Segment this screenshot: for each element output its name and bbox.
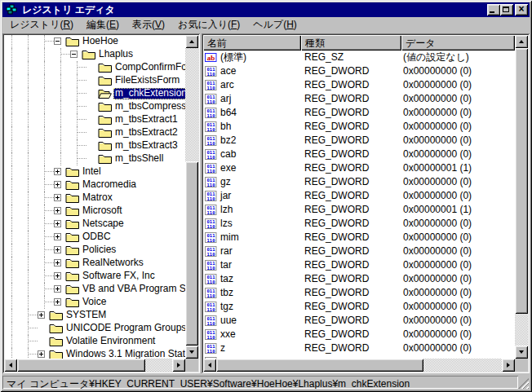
tree-item-m-tbsextract3[interactable]: m_tbsExtract3 [4, 139, 185, 152]
tree-item-label[interactable]: m_chkExtension [113, 88, 185, 99]
registry-value-row-ace[interactable]: 011110aceREG_DWORD0x00000000 (0) [203, 64, 515, 78]
tree-item-volatile-environment[interactable]: Volatile Environment [4, 335, 185, 348]
registry-value-row-z[interactable]: 011110zREG_DWORD0x00000000 (0) [203, 341, 515, 355]
tree-item-policies[interactable]: Policies [4, 244, 185, 257]
tree-item-compconfirmform[interactable]: CompConfirmForm [4, 61, 185, 74]
tree-item-windows-3-1-migration-status[interactable]: Windows 3.1 Migration Status [4, 348, 185, 359]
registry-value-row-uue[interactable]: 011110uueREG_DWORD0x00000000 (0) [203, 314, 515, 328]
tree-item-label[interactable]: m_tbsExtract2 [113, 127, 180, 139]
tree-item-m-chkextension[interactable]: m_chkExtension [4, 87, 185, 100]
tree-item-label[interactable]: RealNetworks [81, 258, 145, 269]
menu-item-help[interactable]: ヘルプ(H) [246, 16, 304, 33]
scroll-down-button[interactable] [515, 346, 528, 359]
scroll-thumb[interactable] [515, 48, 528, 314]
tree-item-m-tbsextract2[interactable]: m_tbsExtract2 [4, 126, 185, 139]
registry-value-row-exe[interactable]: 011110exeREG_DWORD0x00000001 (1) [203, 161, 515, 175]
tree-item-m-tbsshell[interactable]: m_tbsShell [4, 152, 185, 165]
registry-value-row-b64[interactable]: 011110b64REG_DWORD0x00000000 (0) [203, 106, 515, 120]
menu-item-registry[interactable]: レジストリ(R) [3, 16, 80, 33]
registry-blocks-icon[interactable] [6, 3, 19, 16]
tree-item-label[interactable]: Software FX, Inc [81, 271, 157, 282]
tree-item-software-fx-inc[interactable]: Software FX, Inc [4, 270, 185, 283]
registry-value-row-tar[interactable]: 011110tarREG_DWORD0x00000000 (0) [203, 258, 515, 272]
expand-plus-box[interactable] [54, 298, 61, 306]
scroll-thumb[interactable] [17, 359, 145, 372]
collapse-minus-box[interactable] [70, 51, 78, 58]
scroll-down-button[interactable] [185, 346, 198, 359]
expand-plus-box[interactable] [54, 233, 61, 240]
scroll-right-button[interactable] [502, 359, 515, 372]
maximize-button[interactable] [500, 4, 513, 15]
menu-item-edit[interactable]: 編集(E) [80, 16, 126, 33]
tree-item-label[interactable]: Voice [81, 297, 108, 308]
tree-item-label[interactable]: HoeHoe [81, 36, 120, 47]
tree-item-label[interactable]: VB and VBA Program Settings [81, 284, 185, 295]
registry-value-row-bz2[interactable]: 011110bz2REG_DWORD0x00000000 (0) [203, 134, 515, 148]
tree-item-label[interactable]: Volatile Environment [64, 336, 157, 347]
tree-item-system[interactable]: SYSTEM [4, 309, 185, 322]
expand-plus-box[interactable] [54, 220, 61, 227]
tree-item-label[interactable]: m_tbsExtract1 [113, 114, 180, 126]
tree-item-voice[interactable]: Voice [4, 296, 185, 309]
tree-item-matrox[interactable]: Matrox [4, 192, 185, 205]
tree-item-fileexistsform[interactable]: FileExistsForm [4, 74, 185, 87]
registry-value-row-taz[interactable]: 011110tazREG_DWORD0x00000000 (0) [203, 272, 515, 286]
tree-item-microsoft[interactable]: Microsoft [4, 205, 185, 218]
expand-plus-box[interactable] [54, 207, 61, 214]
tree-item-hoehoe[interactable]: HoeHoe [4, 35, 185, 48]
column-header-blank[interactable]: 種類 [301, 35, 401, 51]
tree-item-label[interactable]: Matrox [81, 192, 114, 204]
registry-value-row-gz[interactable]: 011110gzREG_DWORD0x00000000 (0) [203, 175, 515, 189]
tree-item-netscape[interactable]: Netscape [4, 218, 185, 231]
tree-item-label[interactable]: m_tbsShell [113, 153, 165, 165]
scroll-left-button[interactable] [4, 359, 17, 372]
scroll-thumb[interactable] [185, 161, 198, 346]
scroll-up-button[interactable] [185, 35, 198, 48]
tree-item-unicode-program-groups[interactable]: UNICODE Program Groups [4, 322, 185, 335]
tree-item-label[interactable]: Lhaplus [97, 49, 135, 60]
registry-value-row-lzh[interactable]: 011110lzhREG_DWORD0x00000001 (1) [203, 203, 515, 217]
registry-value-row-xxe[interactable]: 011110xxeREG_DWORD0x00000000 (0) [203, 328, 515, 341]
expand-plus-box[interactable] [54, 259, 61, 266]
scroll-right-button[interactable] [172, 359, 185, 372]
registry-value-row-rar[interactable]: 011110rarREG_DWORD0x00000000 (0) [203, 244, 515, 258]
tree-item-label[interactable]: UNICODE Program Groups [64, 323, 185, 334]
column-header-blank[interactable]: 名前 [203, 35, 301, 51]
tree-item-macromedia[interactable]: Macromedia [4, 178, 185, 192]
tree-item-m-tbscompress[interactable]: m_tbsCompress [4, 100, 185, 113]
registry-value-row-arc[interactable]: 011110arcREG_DWORD0x00000000 (0) [203, 78, 515, 92]
menu-item-favorites[interactable]: お気に入り(F) [171, 16, 246, 33]
tree-item-label[interactable]: FileExistsForm [113, 75, 181, 86]
expand-plus-box[interactable] [38, 350, 45, 358]
tree-item-label[interactable]: Policies [81, 244, 117, 256]
tree-item-label[interactable]: Windows 3.1 Migration Status [64, 349, 185, 359]
tree-item-intel[interactable]: Intel [4, 165, 185, 178]
expand-plus-box[interactable] [54, 285, 61, 293]
scroll-up-button[interactable] [515, 35, 528, 48]
resize-grip-icon[interactable] [518, 378, 529, 389]
registry-value-row-mim[interactable]: 011110mimREG_DWORD0x00000000 (0) [203, 231, 515, 244]
tree-item-label[interactable]: Macromedia [81, 179, 138, 191]
collapse-minus-box[interactable] [54, 37, 61, 45]
tree-item-lhaplus[interactable]: Lhaplus [4, 48, 185, 61]
tree-item-label[interactable]: CompConfirmForm [113, 62, 185, 73]
scroll-left-button[interactable] [203, 359, 216, 372]
tree-item-odbc[interactable]: ODBC [4, 231, 185, 244]
registry-value-row-lzs[interactable]: 011110lzsREG_DWORD0x00000000 (0) [203, 217, 515, 231]
expand-plus-box[interactable] [38, 311, 45, 319]
expand-plus-box[interactable] [54, 181, 61, 188]
tree-item-label[interactable]: SYSTEM [64, 310, 108, 321]
tree-item-label[interactable]: Microsoft [81, 205, 124, 217]
scroll-thumb[interactable] [216, 359, 423, 372]
menu-item-view[interactable]: 表示(V) [126, 16, 171, 33]
tree-item-label[interactable]: m_tbsCompress [113, 101, 185, 112]
expand-plus-box[interactable] [54, 272, 61, 280]
expand-plus-box[interactable] [54, 168, 61, 175]
registry-value-row-arj[interactable]: 011110arjREG_DWORD0x00000000 (0) [203, 92, 515, 106]
registry-value-row-cab[interactable]: 011110cabREG_DWORD0x00000000 (0) [203, 148, 515, 161]
registry-value-row-blank[interactable]: ab(標準)REG_SZ(値の設定なし) [203, 51, 515, 64]
tree-item-label[interactable]: ODBC [81, 231, 113, 243]
tree-item-label[interactable]: m_tbsExtract3 [113, 140, 180, 152]
registry-value-row-tgz[interactable]: 011110tgzREG_DWORD0x00000000 (0) [203, 300, 515, 314]
expand-plus-box[interactable] [54, 194, 61, 201]
